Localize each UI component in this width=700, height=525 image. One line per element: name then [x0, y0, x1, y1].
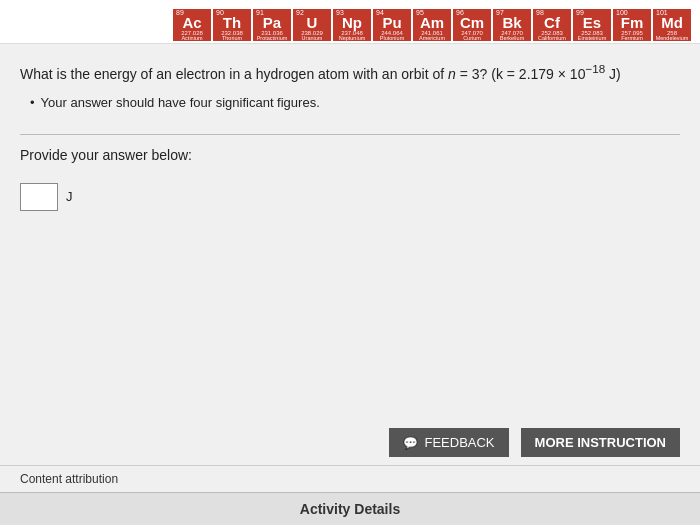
- element-symbol: Fm: [621, 15, 644, 30]
- footer-buttons: 💬 FEEDBACK MORE INSTRUCTION: [20, 418, 680, 457]
- element-pa: 91 Pa 231.036 Protactinium: [253, 9, 291, 42]
- element-symbol: Am: [420, 15, 444, 30]
- k-part: (k = 2.179 × 10−18 J): [491, 66, 621, 82]
- element-name: Curium: [463, 36, 481, 42]
- atomic-num: 94: [376, 9, 384, 16]
- element-es: 99 Es 252.083 Einsteinium: [573, 9, 611, 42]
- element-pu: 94 Pu 244.064 Plutonium: [373, 9, 411, 42]
- question-text: What is the energy of an electron in a h…: [20, 60, 680, 85]
- element-symbol: Th: [223, 15, 241, 30]
- provide-label: Provide your answer below:: [20, 147, 680, 163]
- periodic-table-strip: 89 Ac 227.028 Actinium 90 Th 232.038 Tho…: [0, 0, 700, 44]
- element-np: 93 Np 237.048 Neptunium: [333, 9, 371, 42]
- bullet: •: [30, 95, 35, 110]
- element-symbol: Pa: [263, 15, 281, 30]
- element-name: Plutonium: [380, 36, 404, 42]
- main-content: What is the energy of an electron in a h…: [0, 44, 700, 465]
- atomic-num: 89: [176, 9, 184, 16]
- element-symbol: U: [307, 15, 318, 30]
- atomic-num: 100: [616, 9, 628, 16]
- atomic-num: 97: [496, 9, 504, 16]
- atomic-num: 90: [216, 9, 224, 16]
- element-name: Neptunium: [339, 36, 366, 42]
- hint-text: • Your answer should have four significa…: [30, 95, 680, 110]
- atomic-num: 93: [336, 9, 344, 16]
- hint-label: Your answer should have four significant…: [41, 95, 320, 110]
- element-name: Uranium: [302, 36, 323, 42]
- element-symbol: Cf: [544, 15, 560, 30]
- feedback-label: FEEDBACK: [424, 435, 494, 450]
- element-name: Fermium: [621, 36, 643, 42]
- more-instruction-label: MORE INSTRUCTION: [535, 435, 666, 450]
- atomic-num: 98: [536, 9, 544, 16]
- atomic-num: 91: [256, 9, 264, 16]
- element-u: 92 U 238.029 Uranium: [293, 9, 331, 42]
- element-ac: 89 Ac 227.028 Actinium: [173, 9, 211, 42]
- answer-input[interactable]: [20, 183, 58, 211]
- element-cm: 96 Cm 247.070 Curium: [453, 9, 491, 42]
- element-name: Protactinium: [257, 36, 288, 42]
- element-name: Californium: [538, 36, 566, 42]
- unit-label: J: [66, 189, 73, 204]
- element-name: Actinium: [181, 36, 202, 42]
- element-name: Mendelevium: [656, 36, 689, 42]
- element-bk: 97 Bk 247.070 Berkelium: [493, 9, 531, 42]
- feedback-icon: 💬: [403, 436, 418, 450]
- element-md: 101 Md 258 Mendelevium: [653, 9, 691, 42]
- element-symbol: Bk: [502, 15, 521, 30]
- element-name: Einsteinium: [578, 36, 606, 42]
- element-name: Thorium: [222, 36, 242, 42]
- element-symbol: Np: [342, 15, 362, 30]
- element-am: 95 Am 241.061 Americium: [413, 9, 451, 42]
- atomic-num: 96: [456, 9, 464, 16]
- element-symbol: Pu: [382, 15, 401, 30]
- element-name: Americium: [419, 36, 445, 42]
- element-symbol: Ac: [182, 15, 201, 30]
- atomic-num: 95: [416, 9, 424, 16]
- element-symbol: Cm: [460, 15, 484, 30]
- atomic-num: 101: [656, 9, 668, 16]
- n-variable: n: [448, 66, 456, 82]
- atomic-num: 99: [576, 9, 584, 16]
- element-symbol: Es: [583, 15, 601, 30]
- more-instruction-button[interactable]: MORE INSTRUCTION: [521, 428, 680, 457]
- element-symbol: Md: [661, 15, 683, 30]
- element-cf: 98 Cf 252.083 Californium: [533, 9, 571, 42]
- answer-area: J: [20, 183, 680, 211]
- content-attribution-text: Content attribution: [20, 472, 118, 486]
- activity-details-label: Activity Details: [300, 501, 400, 517]
- element-th: 90 Th 232.038 Thorium: [213, 9, 251, 42]
- question-text-before: What is the energy of an electron in a h…: [20, 66, 448, 82]
- divider: [20, 134, 680, 135]
- content-attribution: Content attribution: [0, 465, 700, 492]
- feedback-button[interactable]: 💬 FEEDBACK: [389, 428, 508, 457]
- n-equals: = 3?: [456, 66, 491, 82]
- element-name: Berkelium: [500, 36, 524, 42]
- atomic-num: 92: [296, 9, 304, 16]
- activity-details-bar: Activity Details: [0, 492, 700, 525]
- element-fm: 100 Fm 257.095 Fermium: [613, 9, 651, 42]
